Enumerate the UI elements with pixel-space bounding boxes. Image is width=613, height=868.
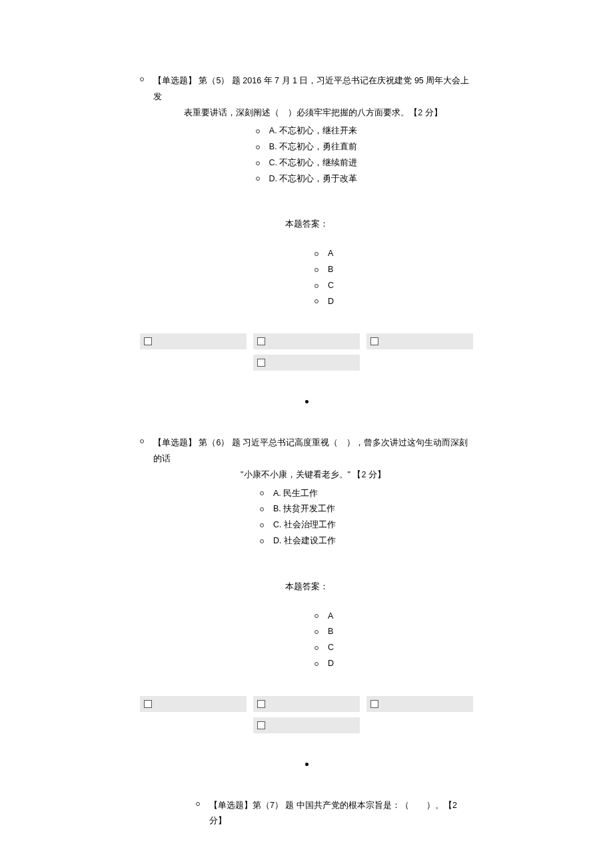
bullet-icon	[140, 439, 144, 443]
answer-d[interactable]: D	[140, 656, 473, 672]
bullet-icon	[256, 145, 260, 149]
answer-a-text: A	[328, 246, 338, 262]
bullet-icon	[314, 662, 318, 666]
option-a[interactable]: A. 不忘初心，继往开来	[140, 123, 473, 139]
checkbox-row-1	[140, 696, 473, 712]
bullet-icon	[256, 129, 260, 133]
checkbox-icon	[370, 337, 378, 345]
checkbox-cell[interactable]	[366, 333, 473, 349]
answer-c-text: C	[328, 640, 338, 656]
question-5-stem: 【单选题】 第（5） 题 2016 年 7 月 1 日，习近平总书记在庆祝建党 …	[140, 73, 473, 121]
question-7-text: 【单选题】第（7） 题 中国共产党的根本宗旨是：（ ）。【2 分】	[209, 798, 473, 830]
question-7: 【单选题】第（7） 题 中国共产党的根本宗旨是：（ ）。【2 分】	[140, 798, 473, 830]
answer-a[interactable]: A	[140, 246, 473, 262]
option-b-text: B. 扶贫开发工作	[273, 501, 353, 517]
option-c[interactable]: C. 社会治理工作	[140, 517, 473, 533]
checkbox-row-2	[140, 355, 473, 371]
checkbox-icon	[144, 700, 152, 708]
q7-text: 【单选题】第（7） 题 中国共产党的根本宗旨是：（ ）。【2 分】	[209, 798, 473, 830]
bullet-icon	[314, 630, 318, 634]
checkbox-cell[interactable]	[253, 696, 360, 712]
answer-list: A B C D	[140, 246, 473, 309]
checkbox-cell[interactable]	[253, 333, 360, 349]
option-d-text: D. 不忘初心，勇于改革	[269, 171, 358, 187]
checkbox-icon	[257, 337, 265, 345]
q5-line1: 【单选题】 第（5） 题 2016 年 7 月 1 日，习近平总书记在庆祝建党 …	[153, 73, 473, 105]
answer-d[interactable]: D	[140, 294, 473, 310]
q6-line2: "小康不小康，关键看老乡。" 【2 分】	[153, 467, 473, 483]
option-b-text: B. 不忘初心，勇往直前	[269, 139, 357, 155]
option-c[interactable]: C. 不忘初心，继续前进	[140, 155, 473, 171]
option-a-text: A. 不忘初心，继往开来	[269, 123, 357, 139]
checkbox-cell[interactable]	[253, 717, 360, 733]
answer-c[interactable]: C	[140, 640, 473, 656]
bullet-icon	[256, 177, 260, 181]
answer-label: 本题答案：	[140, 581, 473, 593]
checkbox-row-1	[140, 333, 473, 349]
answer-c-text: C	[328, 278, 338, 294]
answer-d-text: D	[328, 656, 338, 672]
question-5-text: 【单选题】 第（5） 题 2016 年 7 月 1 日，习近平总书记在庆祝建党 …	[153, 73, 473, 121]
question-6-text: 【单选题】 第（6） 题 习近平总书记高度重视（ ），曾多次讲过这句生动而深刻的…	[153, 435, 473, 483]
option-d[interactable]: D. 不忘初心，勇于改革	[140, 171, 473, 187]
question-6: 【单选题】 第（6） 题 习近平总书记高度重视（ ），曾多次讲过这句生动而深刻的…	[140, 435, 473, 765]
question-5-options: A. 不忘初心，继往开来 B. 不忘初心，勇往直前 C. 不忘初心，继续前进 D…	[140, 123, 473, 187]
answer-a-text: A	[328, 609, 338, 625]
checkbox-cell[interactable]	[253, 355, 360, 371]
bullet-icon	[314, 299, 318, 303]
bullet-icon	[260, 523, 264, 527]
separator	[140, 400, 473, 403]
checkbox-icon	[144, 337, 152, 345]
bullet-icon	[260, 507, 264, 511]
checkbox-cell[interactable]	[140, 333, 247, 349]
bullet-icon	[196, 802, 200, 806]
option-d[interactable]: D. 社会建设工作	[140, 533, 473, 549]
option-a[interactable]: A. 民生工作	[140, 486, 473, 502]
checkbox-icon	[257, 359, 265, 367]
answer-b-text: B	[328, 624, 338, 640]
answer-b[interactable]: B	[140, 624, 473, 640]
question-7-stem: 【单选题】第（7） 题 中国共产党的根本宗旨是：（ ）。【2 分】	[196, 798, 473, 830]
answer-d-text: D	[328, 294, 338, 310]
option-a-text: A. 民生工作	[273, 486, 353, 502]
answer-c[interactable]: C	[140, 278, 473, 294]
answer-label: 本题答案：	[140, 219, 473, 230]
bullet-icon	[314, 268, 318, 272]
q5-line2: 表重要讲话，深刻阐述（ ）必须牢牢把握的八方面要求。【2 分】	[153, 105, 473, 121]
answer-list: A B C D	[140, 609, 473, 672]
q6-line1: 【单选题】 第（6） 题 习近平总书记高度重视（ ），曾多次讲过这句生动而深刻的…	[153, 435, 473, 467]
question-5: 【单选题】 第（5） 题 2016 年 7 月 1 日，习近平总书记在庆祝建党 …	[140, 73, 473, 403]
bullet-solid-icon	[305, 763, 308, 766]
answer-b[interactable]: B	[140, 262, 473, 278]
option-c-text: C. 社会治理工作	[273, 517, 353, 533]
bullet-icon	[260, 491, 264, 495]
checkbox-cell[interactable]	[140, 696, 247, 712]
checkbox-icon	[370, 700, 378, 708]
bullet-solid-icon	[305, 400, 308, 403]
checkbox-cell[interactable]	[366, 696, 473, 712]
option-b[interactable]: B. 不忘初心，勇往直前	[140, 139, 473, 155]
bullet-icon	[260, 539, 264, 543]
bullet-icon	[314, 252, 318, 256]
answer-a[interactable]: A	[140, 609, 473, 625]
option-d-text: D. 社会建设工作	[273, 533, 353, 549]
bullet-icon	[314, 614, 318, 618]
option-b[interactable]: B. 扶贫开发工作	[140, 501, 473, 517]
bullet-icon	[140, 77, 144, 81]
bullet-icon	[314, 646, 318, 650]
checkbox-icon	[257, 700, 265, 708]
answer-b-text: B	[328, 262, 338, 278]
question-6-stem: 【单选题】 第（6） 题 习近平总书记高度重视（ ），曾多次讲过这句生动而深刻的…	[140, 435, 473, 483]
checkbox-row-2	[140, 717, 473, 733]
bullet-icon	[314, 284, 318, 288]
separator	[140, 763, 473, 766]
question-6-options: A. 民生工作 B. 扶贫开发工作 C. 社会治理工作 D. 社会建设工作	[140, 486, 473, 549]
bullet-icon	[256, 161, 260, 165]
option-c-text: C. 不忘初心，继续前进	[269, 155, 358, 171]
checkbox-icon	[257, 721, 265, 729]
